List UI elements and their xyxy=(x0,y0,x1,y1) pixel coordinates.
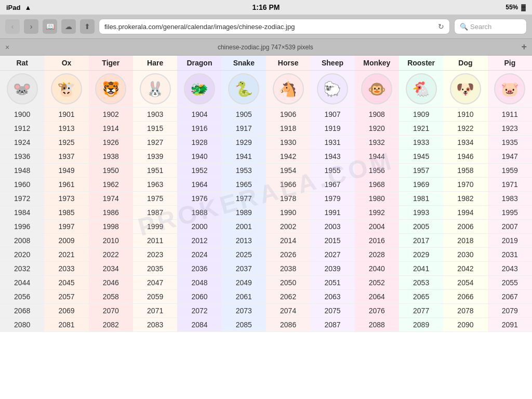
year-cell: 2073 xyxy=(222,304,266,318)
tab-add-button[interactable]: + xyxy=(521,42,527,52)
year-cell: 2079 xyxy=(488,304,532,318)
url-bar[interactable]: files.prokerala.com/general/calendar/ima… xyxy=(99,19,450,34)
year-cell: 2059 xyxy=(133,290,177,304)
table-row: 2008200920102011201220132014201520162017… xyxy=(0,234,532,248)
share-button[interactable]: ⬆ xyxy=(80,19,95,34)
year-cell: 2019 xyxy=(488,234,532,248)
table-row: 1948194919501951195219531954195519561957… xyxy=(0,164,532,178)
tab-info: chinese-zodiac.jpg 747×539 pixels xyxy=(9,44,521,51)
year-cell: 2085 xyxy=(222,318,266,332)
year-cell: 1986 xyxy=(89,206,133,220)
table-row: 1924192519261927192819291930193119321933… xyxy=(0,136,532,150)
header-dragon: Dragon xyxy=(177,56,221,71)
year-cell: 1907 xyxy=(310,108,354,122)
year-cell: 1948 xyxy=(0,164,44,178)
year-cell: 1938 xyxy=(89,150,133,164)
year-cell: 2022 xyxy=(89,248,133,262)
forward-button[interactable]: › xyxy=(24,19,38,34)
year-cell: 2013 xyxy=(222,234,266,248)
year-cell: 2055 xyxy=(488,276,532,290)
year-cell: 2087 xyxy=(310,318,354,332)
year-cell: 2010 xyxy=(89,234,133,248)
year-cell: 2009 xyxy=(44,234,88,248)
year-cell: 1956 xyxy=(355,164,399,178)
back-button[interactable]: ‹ xyxy=(5,19,20,34)
icon-tiger: 🐯 xyxy=(89,71,133,108)
header-rat: Rat xyxy=(0,56,44,71)
year-cell: 2071 xyxy=(133,304,177,318)
year-cell: 1960 xyxy=(0,178,44,192)
cloud-button[interactable]: ☁ xyxy=(61,19,76,34)
year-cell: 2051 xyxy=(310,276,354,290)
year-cell: 1920 xyxy=(355,122,399,136)
icon-dog: 🐶 xyxy=(443,71,487,108)
tab-bar: × chinese-zodiac.jpg 747×539 pixels + xyxy=(0,39,532,56)
year-cell: 1935 xyxy=(488,136,532,150)
year-cell: 1964 xyxy=(177,178,221,192)
year-cell: 2083 xyxy=(133,318,177,332)
search-bar[interactable]: 🔍 Search xyxy=(454,19,527,34)
year-cell: 1901 xyxy=(44,108,88,122)
tab-close-button[interactable]: × xyxy=(5,43,9,51)
table-row: 1984198519861987198819891990199119921993… xyxy=(0,206,532,220)
year-cell: 1950 xyxy=(89,164,133,178)
year-cell: 1973 xyxy=(44,192,88,206)
reload-icon[interactable]: ↻ xyxy=(438,22,444,31)
year-cell: 1988 xyxy=(177,206,221,220)
year-cell: 2066 xyxy=(443,290,487,304)
year-cell: 2001 xyxy=(222,220,266,234)
year-cell: 1985 xyxy=(44,206,88,220)
device-label: iPad xyxy=(6,4,20,11)
year-cell: 2057 xyxy=(44,290,88,304)
year-cell: 2048 xyxy=(177,276,221,290)
year-cell: 1913 xyxy=(44,122,88,136)
year-cell: 2029 xyxy=(399,248,443,262)
bookmarks-button[interactable]: 📖 xyxy=(43,19,57,34)
year-cell: 1930 xyxy=(266,136,310,150)
year-cell: 1932 xyxy=(355,136,399,150)
year-cell: 1955 xyxy=(310,164,354,178)
year-cell: 2034 xyxy=(89,262,133,276)
year-cell: 2065 xyxy=(399,290,443,304)
url-text: files.prokerala.com/general/calendar/ima… xyxy=(104,23,438,31)
year-cell: 1940 xyxy=(177,150,221,164)
year-cell: 1987 xyxy=(133,206,177,220)
year-cell: 1998 xyxy=(89,220,133,234)
year-cell: 1942 xyxy=(266,150,310,164)
year-cell: 2005 xyxy=(399,220,443,234)
year-cell: 1924 xyxy=(0,136,44,150)
year-cell: 1958 xyxy=(443,164,487,178)
status-bar: iPad ▲ 1:16 PM 55% ▓ xyxy=(0,0,532,15)
year-cell: 1926 xyxy=(89,136,133,150)
year-cell: 2086 xyxy=(266,318,310,332)
year-cell: 2017 xyxy=(399,234,443,248)
year-cell: 1929 xyxy=(222,136,266,150)
year-cell: 2024 xyxy=(177,248,221,262)
year-cell: 2056 xyxy=(0,290,44,304)
year-cell: 1980 xyxy=(355,192,399,206)
year-cell: 2080 xyxy=(0,318,44,332)
year-cell: 1923 xyxy=(488,122,532,136)
year-cell: 1914 xyxy=(89,122,133,136)
zodiac-table: Rat Ox Tiger Hare Dragon Snake Horse She… xyxy=(0,56,532,332)
year-cell: 2014 xyxy=(266,234,310,248)
year-cell: 1917 xyxy=(222,122,266,136)
year-cell: 1972 xyxy=(0,192,44,206)
header-sheep: Sheep xyxy=(310,56,354,71)
year-cell: 2053 xyxy=(399,276,443,290)
year-cell: 1922 xyxy=(443,122,487,136)
battery-label: 55% xyxy=(506,4,518,11)
year-cell: 1993 xyxy=(399,206,443,220)
search-icon: 🔍 xyxy=(460,23,468,31)
year-cell: 1999 xyxy=(133,220,177,234)
year-cell: 2021 xyxy=(44,248,88,262)
year-cell: 2075 xyxy=(310,304,354,318)
year-cell: 2012 xyxy=(177,234,221,248)
year-cell: 1995 xyxy=(488,206,532,220)
year-cell: 1908 xyxy=(355,108,399,122)
year-cell: 2077 xyxy=(399,304,443,318)
year-cell: 1968 xyxy=(355,178,399,192)
year-cell: 1933 xyxy=(399,136,443,150)
table-row: 2068206920702071207220732074207520762077… xyxy=(0,304,532,318)
year-cell: 1919 xyxy=(310,122,354,136)
